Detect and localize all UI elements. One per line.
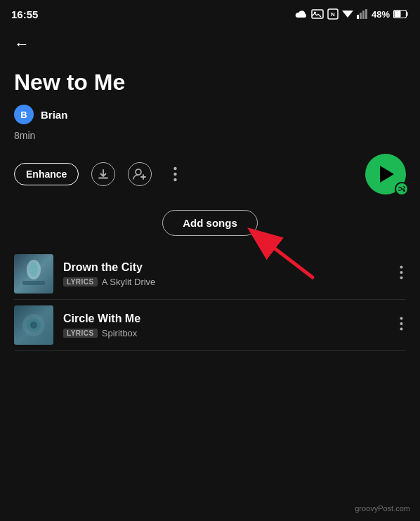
svg-point-26 <box>400 317 403 319</box>
thumbnail-art-circle <box>14 305 53 345</box>
song-meta-1: LYRICS A Skylit Drive <box>63 277 387 287</box>
svg-point-20 <box>400 271 403 274</box>
song-info-2: Circle With Me LYRICS Spiritbox <box>63 312 387 338</box>
svg-rect-5 <box>357 15 359 19</box>
svg-point-13 <box>173 173 176 176</box>
duration: 8min <box>14 130 406 141</box>
play-icon <box>380 166 394 183</box>
song-meta-2: LYRICS Spiritbox <box>63 328 387 338</box>
battery-icon <box>393 10 409 18</box>
shuffle-icon <box>398 185 405 192</box>
nfc-icon: N <box>327 8 339 20</box>
more-icon <box>173 166 177 182</box>
song-item-2: Circle With Me LYRICS Spiritbox <box>14 300 406 351</box>
svg-point-21 <box>400 276 403 279</box>
signal-icon <box>357 9 368 19</box>
svg-rect-7 <box>362 11 365 19</box>
song-item-1: Drown the City LYRICS A Skylit Drive <box>14 249 406 300</box>
song-title-2: Circle With Me <box>63 312 387 325</box>
svg-marker-4 <box>342 11 353 18</box>
svg-point-19 <box>400 265 403 268</box>
svg-point-25 <box>30 322 37 329</box>
song-artist-2: Spiritbox <box>102 328 138 338</box>
back-button[interactable]: ← <box>0 25 420 59</box>
controls-row: Enhance <box>14 154 406 194</box>
thumbnail-art-drown <box>14 254 53 294</box>
add-friend-icon <box>133 168 147 180</box>
svg-rect-8 <box>365 9 367 19</box>
owner-row: B Brian <box>14 105 406 124</box>
lyrics-badge-2: LYRICS <box>63 329 98 338</box>
add-songs-row: Add songs <box>0 210 420 236</box>
more-options-button[interactable] <box>164 164 185 185</box>
battery-percentage: 48% <box>372 9 390 20</box>
svg-rect-6 <box>360 13 362 19</box>
svg-point-17 <box>29 263 38 277</box>
song-title-1: Drown the City <box>63 261 387 274</box>
back-arrow-icon: ← <box>14 35 29 53</box>
image-icon <box>311 9 324 19</box>
svg-point-28 <box>400 327 403 330</box>
svg-rect-10 <box>395 11 401 18</box>
main-content: New to Me B Brian 8min Enhance <box>0 59 420 194</box>
song-info-1: Drown the City LYRICS A Skylit Drive <box>63 261 387 287</box>
download-icon <box>97 168 110 180</box>
playlist-title: New to Me <box>14 70 406 95</box>
svg-point-12 <box>173 167 176 170</box>
lyrics-badge-1: LYRICS <box>63 277 98 286</box>
add-friend-button[interactable] <box>128 162 152 186</box>
play-button-container <box>365 154 406 194</box>
song-more-1[interactable] <box>397 263 406 286</box>
owner-name: Brian <box>41 109 67 121</box>
song-more-2[interactable] <box>397 314 406 337</box>
song-thumbnail-1 <box>14 254 53 294</box>
avatar: B <box>14 105 34 124</box>
download-button[interactable] <box>91 162 115 186</box>
song-artist-1: A Skylit Drive <box>102 277 156 287</box>
add-songs-button[interactable]: Add songs <box>162 210 258 236</box>
status-time: 16:55 <box>11 8 38 20</box>
svg-point-27 <box>400 322 403 325</box>
wifi-icon <box>342 9 353 19</box>
svg-rect-18 <box>22 281 45 285</box>
svg-text:N: N <box>331 11 335 18</box>
svg-point-14 <box>173 178 176 181</box>
shuffle-badge <box>395 182 409 196</box>
song-list: Drown the City LYRICS A Skylit Drive <box>0 249 420 351</box>
svg-point-11 <box>136 169 141 175</box>
cloud-icon <box>295 9 308 19</box>
status-icons: N 48% <box>295 8 409 20</box>
status-bar: 16:55 N 48% <box>0 0 420 25</box>
watermark: groovyPost.com <box>355 504 410 513</box>
enhance-button[interactable]: Enhance <box>14 163 79 185</box>
song-thumbnail-2 <box>14 305 53 345</box>
